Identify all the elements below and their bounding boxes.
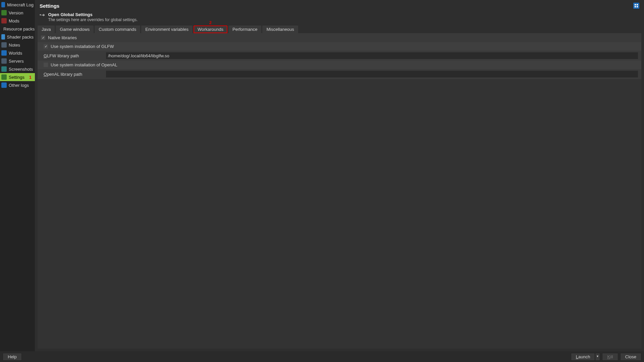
star-icon xyxy=(1,18,7,23)
group-title: Native libraries xyxy=(48,35,77,40)
arrow-right-icon: •➔ xyxy=(40,12,45,17)
tab-custom-commands[interactable]: Custom commands xyxy=(95,25,140,33)
notes-icon xyxy=(1,42,7,48)
svg-rect-1 xyxy=(637,4,638,5)
tab-performance[interactable]: Performance xyxy=(228,25,261,33)
world-icon xyxy=(1,50,7,56)
logs-icon xyxy=(1,82,7,88)
svg-rect-3 xyxy=(637,6,638,7)
tab-game-windows[interactable]: Game windows xyxy=(56,25,94,33)
glfw-path-label: GLFW library path xyxy=(44,53,103,58)
row-glfw-check[interactable]: ✓ Use system installation of GLFW xyxy=(38,42,641,51)
sidebar-item-label: Minecraft Log xyxy=(7,2,34,7)
sidebar-item-servers[interactable]: Servers xyxy=(0,57,35,65)
checkbox-icon[interactable]: ✓ xyxy=(41,36,45,40)
sidebar-item-shader-packs[interactable]: Shader packs xyxy=(0,33,35,41)
group-native-libraries[interactable]: ✓ Native libraries xyxy=(38,33,641,42)
detach-icon[interactable] xyxy=(633,3,639,9)
close-button[interactable]: Close xyxy=(620,353,641,361)
page-title: Settings xyxy=(40,3,59,9)
screenshot-icon xyxy=(1,66,7,72)
sidebar-item-label: Settings xyxy=(9,75,24,80)
checkbox-icon[interactable]: ✓ xyxy=(44,44,48,49)
content: Settings •➔ Open Global Settings The set… xyxy=(35,0,644,351)
openal-path-label: OpenAL library path xyxy=(44,72,103,77)
sidebar-item-mods[interactable]: Mods xyxy=(0,17,35,25)
sidebar-item-screenshots[interactable]: Screenshots xyxy=(0,65,35,73)
tabs: JavaGame windowsCustom commandsEnvironme… xyxy=(35,25,644,33)
open-global-settings[interactable]: •➔ Open Global Settings The settings her… xyxy=(35,11,644,25)
sidebar-item-worlds[interactable]: Worlds xyxy=(0,49,35,57)
footer: Help Launch ▾ Kill Close xyxy=(0,351,644,362)
sidebar-item-label: Worlds xyxy=(9,51,22,56)
sidebar-item-label: Mods xyxy=(9,18,19,23)
svg-rect-2 xyxy=(635,6,636,7)
sidebar-item-other-logs[interactable]: Other logs xyxy=(0,81,35,89)
book-icon xyxy=(1,2,5,7)
row-openal-check[interactable]: Use system installation of OpenAL xyxy=(38,61,641,69)
sidebar-item-label: Version xyxy=(9,10,23,15)
help-button[interactable]: Help xyxy=(3,353,22,361)
openal-path-input[interactable] xyxy=(106,71,638,77)
row-glfw-path: GLFW library path xyxy=(38,51,641,61)
tab-java[interactable]: Java xyxy=(38,25,55,33)
openal-check-label: Use system installation of OpenAL xyxy=(51,62,117,67)
sidebar-item-settings[interactable]: Settings1 xyxy=(0,73,35,81)
sidebar-item-version[interactable]: Version xyxy=(0,9,35,17)
sidebar-item-notes[interactable]: Notes xyxy=(0,41,35,49)
sidebar: Minecraft LogVersionModsResource packsSh… xyxy=(0,0,35,351)
sidebar-item-resource-packs[interactable]: Resource packs xyxy=(0,25,35,33)
kill-button[interactable]: Kill xyxy=(602,353,618,361)
sidebar-item-minecraft-log[interactable]: Minecraft Log xyxy=(0,1,35,9)
sidebar-item-label: Shader packs xyxy=(7,35,34,40)
svg-rect-0 xyxy=(635,4,636,5)
launch-dropdown-icon[interactable]: ▾ xyxy=(595,353,600,361)
checkbox-icon[interactable] xyxy=(44,63,48,67)
sidebar-item-label: Notes xyxy=(9,43,20,48)
sidebar-item-label: Servers xyxy=(9,59,24,64)
tab-environment-variables[interactable]: Environment variables xyxy=(141,25,193,33)
tab-workarounds[interactable]: Workarounds2 xyxy=(194,25,227,33)
sidebar-item-label: Other logs xyxy=(9,83,29,88)
glfw-path-input[interactable] xyxy=(106,52,638,59)
row-openal-path: OpenAL library path xyxy=(38,69,641,79)
settings-body: ✓ Native libraries ✓ Use system installa… xyxy=(38,33,641,349)
settings-icon xyxy=(1,74,7,80)
glfw-check-label: Use system installation of GLFW xyxy=(51,44,114,49)
tab-miscellaneous[interactable]: Miscellaneous xyxy=(262,25,298,33)
server-icon xyxy=(1,58,7,64)
sidebar-item-label: Resource packs xyxy=(3,26,35,32)
grass-icon xyxy=(1,10,7,15)
annotation: 2 xyxy=(209,20,212,25)
global-title: Open Global Settings xyxy=(48,12,93,17)
sidebar-item-label: Screenshots xyxy=(9,67,33,72)
launch-button[interactable]: Launch ▾ xyxy=(571,353,600,361)
global-subtitle: The settings here are overrides for glob… xyxy=(48,17,138,22)
image-icon xyxy=(1,34,5,40)
annotation: 1 xyxy=(29,75,34,80)
